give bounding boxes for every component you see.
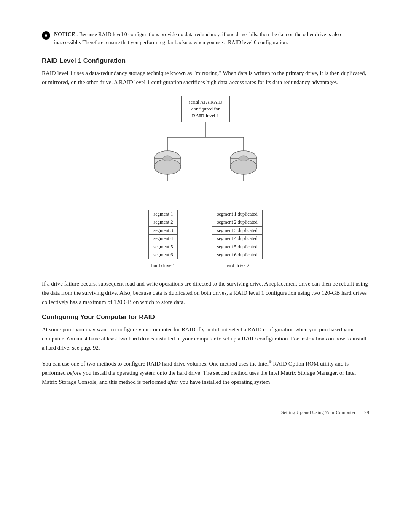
notice-body: : Because RAID level 0 configurations pr… xyxy=(54,32,341,45)
config-body2-before: You can use one of two methods to config… xyxy=(42,361,269,367)
seg-right-4: segment 4 duplicated xyxy=(212,235,262,243)
drive1-col: segment 1 segment 2 segment 3 segment 4 … xyxy=(148,210,178,268)
notice-label: NOTICE xyxy=(54,32,75,37)
drive2-label: hard drive 2 xyxy=(225,262,249,268)
seg-left-6: segment 6 xyxy=(149,251,177,259)
config-body2-end: you have installed the operating system xyxy=(178,379,270,385)
raid1-body1: RAID level 1 uses a data-redundancy stor… xyxy=(42,69,369,87)
notice-text: NOTICE : Because RAID level 0 configurat… xyxy=(54,30,369,46)
diagram-svg xyxy=(129,122,282,214)
configuring-heading: Configuring Your Computer for RAID xyxy=(42,313,369,321)
raid1-body2: If a drive failure occurs, subsequent re… xyxy=(42,279,369,307)
seg-left-5: segment 5 xyxy=(149,243,177,251)
config-italic2: after xyxy=(167,379,178,385)
svg-point-7 xyxy=(163,156,172,161)
drive1-label: hard drive 1 xyxy=(151,262,175,268)
svg-point-6 xyxy=(154,159,181,174)
footer-left-text: Setting Up and Using Your Computer xyxy=(281,409,356,415)
notice-icon: ● xyxy=(42,31,50,40)
segments-right-box: segment 1 duplicated segment 2 duplicate… xyxy=(212,210,262,259)
seg-right-3: segment 3 duplicated xyxy=(212,227,262,235)
configuring-body2: You can use one of two methods to config… xyxy=(42,359,369,387)
raid-box-line1: serial ATA RAID xyxy=(188,99,222,105)
footer-separator: | xyxy=(359,409,360,415)
seg-right-1: segment 1 duplicated xyxy=(212,210,262,219)
diagram-top: serial ATA RAID configured for RAID leve… xyxy=(129,96,282,214)
drive2-col: segment 1 duplicated segment 2 duplicate… xyxy=(212,210,262,268)
raid-label-box: serial ATA RAID configured for RAID leve… xyxy=(181,96,229,122)
page-footer: Setting Up and Using Your Computer | 29 xyxy=(42,409,369,415)
raid1-heading: RAID Level 1 Configuration xyxy=(42,57,369,65)
seg-right-6: segment 6 duplicated xyxy=(212,251,262,259)
svg-point-10 xyxy=(230,159,257,174)
raid-box-line2: configured for xyxy=(191,106,220,112)
seg-left-3: segment 3 xyxy=(149,227,177,235)
configuring-body1: At some point you may want to configure … xyxy=(42,325,369,352)
seg-left-4: segment 4 xyxy=(149,235,177,243)
segments-left-box: segment 1 segment 2 segment 3 segment 4 … xyxy=(148,210,178,259)
footer-content: Setting Up and Using Your Computer | 29 xyxy=(281,409,369,415)
config-italic1: before xyxy=(67,370,81,376)
seg-left-2: segment 2 xyxy=(149,218,177,227)
seg-right-5: segment 5 duplicated xyxy=(212,243,262,251)
raid-box-line3: RAID level 1 xyxy=(192,113,219,118)
raid-diagram: serial ATA RAID configured for RAID leve… xyxy=(42,96,369,268)
page-number: 29 xyxy=(364,409,369,415)
seg-right-2: segment 2 duplicated xyxy=(212,218,262,227)
svg-point-11 xyxy=(239,156,248,161)
seg-left-1: segment 1 xyxy=(149,210,177,219)
notice-box: ● NOTICE : Because RAID level 0 configur… xyxy=(42,30,369,46)
segments-row: segment 1 segment 2 segment 3 segment 4 … xyxy=(148,210,262,268)
